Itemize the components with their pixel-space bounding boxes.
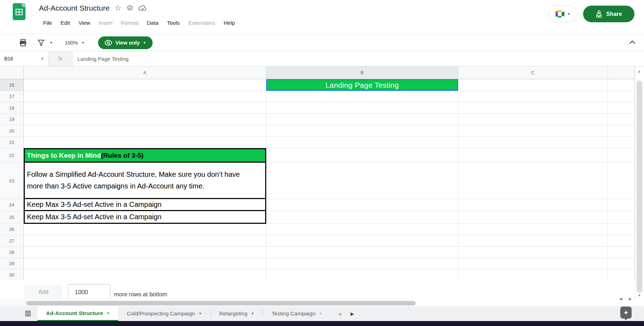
row-header-17[interactable]: 17: [0, 91, 24, 102]
cell-C27[interactable]: [458, 235, 608, 247]
cell-C23[interactable]: [458, 163, 608, 199]
sheet-tab-retargeting[interactable]: Retargeting▼: [211, 306, 263, 321]
cell-A24[interactable]: Keep Max 3-5 Ad-set Active in a Campaign: [24, 199, 266, 211]
cell-B19[interactable]: [266, 114, 458, 125]
add-rows-button[interactable]: Add: [24, 285, 62, 299]
sheet-tab-caret[interactable]: ▼: [107, 312, 110, 315]
cell-C22[interactable]: [458, 148, 608, 163]
cell-B28[interactable]: [266, 247, 458, 258]
menu-tools[interactable]: Tools: [164, 18, 183, 28]
cell-A29[interactable]: [24, 258, 266, 269]
cell-C24[interactable]: [458, 199, 608, 211]
formula-input[interactable]: Landing Page Testing: [78, 56, 129, 62]
star-icon[interactable]: ☆: [115, 4, 122, 13]
row-header-21[interactable]: 21: [0, 137, 24, 148]
cell-B26[interactable]: [266, 224, 458, 235]
sheets-logo-icon[interactable]: [13, 3, 25, 20]
sheet-tab-caret[interactable]: ▼: [251, 312, 254, 315]
cell-D29[interactable]: [608, 258, 635, 269]
cell-C29[interactable]: [458, 258, 608, 269]
cell-B27[interactable]: [266, 235, 458, 247]
cell-A28[interactable]: [24, 247, 266, 258]
cell-C17[interactable]: [458, 91, 608, 102]
cell-A16[interactable]: [24, 79, 266, 91]
row-header-30[interactable]: 30: [0, 269, 24, 281]
cell-B17[interactable]: [266, 91, 458, 102]
cell-A22[interactable]: Things to Keep in Mind (Rules of 3-5): [24, 148, 266, 163]
filter-caret[interactable]: ▼: [50, 41, 53, 45]
cell-B20[interactable]: [266, 125, 458, 137]
cell-D30[interactable]: [608, 269, 635, 281]
explore-sparkle-button[interactable]: ✦: [620, 307, 632, 319]
cell-C30[interactable]: [458, 269, 608, 281]
sheet-tab-testing-campaign[interactable]: Testing Campaign▼: [263, 306, 331, 321]
print-icon[interactable]: [19, 39, 27, 47]
cell-D22[interactable]: [608, 148, 635, 163]
horizontal-scrollbar-thumb[interactable]: [26, 301, 416, 305]
cell-A21[interactable]: [24, 137, 266, 148]
cell-D18[interactable]: [608, 102, 635, 114]
cell-C16[interactable]: [458, 79, 608, 91]
all-sheets-menu-icon[interactable]: [18, 306, 38, 321]
vertical-scrollbar-thumb[interactable]: [637, 81, 642, 293]
row-header-29[interactable]: 29: [0, 258, 24, 269]
rows-count-input[interactable]: 1000: [68, 284, 110, 300]
cell-B25[interactable]: [266, 211, 458, 224]
zoom-control[interactable]: 100% ▼: [65, 40, 85, 46]
menu-view[interactable]: View: [75, 18, 94, 28]
cell-B29[interactable]: [266, 258, 458, 269]
cell-B16[interactable]: Landing Page Testing: [266, 79, 458, 91]
tab-nav-right-icon[interactable]: ▶: [351, 311, 354, 316]
cell-C21[interactable]: [458, 137, 608, 148]
cell-A18[interactable]: [24, 102, 266, 114]
collapse-toolbar-icon[interactable]: [628, 39, 636, 46]
cell-D23[interactable]: [608, 163, 635, 199]
row-header-27[interactable]: 27: [0, 235, 24, 247]
cell-C20[interactable]: [458, 125, 608, 137]
tab-nav-left-icon[interactable]: ◀: [338, 311, 341, 316]
cell-B22[interactable]: [266, 148, 458, 163]
column-header-A[interactable]: A: [24, 66, 266, 79]
cell-A23[interactable]: Follow a Simplified Ad-Account Structure…: [24, 163, 266, 199]
sheet-tab-caret[interactable]: ▼: [199, 312, 202, 315]
scroll-down-icon[interactable]: ▼: [638, 293, 641, 297]
cell-D17[interactable]: [608, 91, 635, 102]
row-header-25[interactable]: 25: [0, 211, 24, 224]
filter-icon[interactable]: [38, 39, 45, 46]
row-header-16[interactable]: 16: [0, 79, 24, 91]
cell-B24[interactable]: [266, 199, 458, 211]
cell-A19[interactable]: [24, 114, 266, 125]
sheet-tab-caret[interactable]: ▼: [319, 312, 322, 315]
scroll-up-icon[interactable]: ▲: [638, 69, 641, 73]
add-shortcut-icon[interactable]: [126, 5, 133, 12]
cell-A25[interactable]: Keep Max 3-5 Ad-set Active in a Campaign: [24, 211, 266, 224]
sheet-tab-ad-account-structure[interactable]: Ad-Account Structure▼: [38, 306, 118, 321]
cell-B21[interactable]: [266, 137, 458, 148]
row-header-22[interactable]: 22: [0, 148, 24, 163]
cell-C19[interactable]: [458, 114, 608, 125]
cell-D21[interactable]: [608, 137, 635, 148]
cell-C18[interactable]: [458, 102, 608, 114]
menu-help[interactable]: Help: [220, 18, 239, 28]
meet-dropdown-caret[interactable]: ▼: [567, 12, 571, 16]
scroll-right-icon[interactable]: ▶: [629, 297, 632, 301]
view-only-button[interactable]: View only ▼: [98, 36, 153, 49]
cell-A17[interactable]: [24, 91, 266, 102]
menu-data[interactable]: Data: [143, 18, 162, 28]
cell-A27[interactable]: [24, 235, 266, 247]
name-box[interactable]: B16 ▼: [0, 51, 49, 66]
column-header-C[interactable]: C: [458, 66, 608, 79]
cell-C25[interactable]: [458, 211, 608, 224]
cell-D16[interactable]: [608, 79, 635, 91]
menu-file[interactable]: File: [40, 18, 56, 28]
meet-button[interactable]: ▼: [548, 6, 577, 22]
column-header-D[interactable]: [608, 66, 635, 79]
cell-B30[interactable]: [266, 269, 458, 281]
cell-A26[interactable]: [24, 224, 266, 235]
share-button[interactable]: Share: [583, 6, 634, 22]
row-header-18[interactable]: 18: [0, 102, 24, 114]
cell-D24[interactable]: [608, 199, 635, 211]
row-header-26[interactable]: 26: [0, 224, 24, 235]
name-box-caret[interactable]: ▼: [41, 57, 44, 60]
cell-A20[interactable]: [24, 125, 266, 137]
